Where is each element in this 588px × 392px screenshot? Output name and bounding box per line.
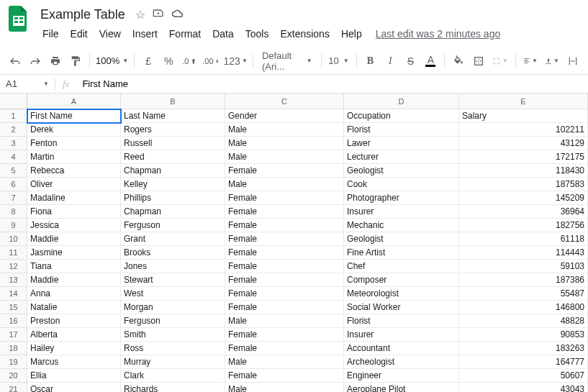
more-formats-button[interactable]: 123 ▼ [222, 52, 248, 70]
cell-D19[interactable]: Archeologist [344, 355, 459, 369]
cell-B14[interactable]: West [121, 287, 225, 301]
italic-button[interactable]: I [381, 52, 399, 70]
cell-D1[interactable]: Occupation [344, 109, 459, 123]
cell-E14[interactable]: 55487 [459, 287, 588, 301]
cell-E10[interactable]: 61118 [459, 232, 588, 246]
percent-button[interactable]: % [159, 52, 178, 70]
cell-A15[interactable]: Natalie [27, 301, 121, 314]
column-header-D[interactable]: D [344, 94, 459, 109]
cell-D7[interactable]: Photographer [344, 191, 459, 205]
cell-B17[interactable]: Smith [121, 328, 225, 342]
doc-title[interactable]: Example Table [37, 6, 128, 23]
print-icon[interactable] [46, 52, 65, 70]
cell-B5[interactable]: Chapman [121, 164, 225, 178]
row-header-12[interactable]: 12 [0, 260, 27, 273]
font-select[interactable]: Default (Ari...▼ [258, 52, 317, 70]
menu-tools[interactable]: Tools [240, 25, 274, 42]
cell-C11[interactable]: Female [225, 246, 344, 260]
cell-A4[interactable]: Martin [27, 150, 121, 164]
cell-D10[interactable]: Geologist [344, 232, 459, 246]
cell-C10[interactable]: Female [225, 232, 344, 246]
cell-B7[interactable]: Phillips [121, 191, 225, 205]
cell-C16[interactable]: Male [225, 314, 344, 328]
cell-A2[interactable]: Derek [27, 123, 121, 137]
row-header-16[interactable]: 16 [0, 314, 27, 328]
cell-A21[interactable]: Oscar [27, 383, 121, 392]
cell-A7[interactable]: Madaline [27, 191, 121, 205]
row-header-11[interactable]: 11 [0, 246, 27, 260]
cell-D2[interactable]: Florist [344, 123, 459, 137]
cell-A6[interactable]: Oliver [27, 178, 121, 191]
cell-B1[interactable]: Last Name [121, 109, 225, 123]
cell-C8[interactable]: Female [225, 205, 344, 219]
cell-E18[interactable]: 183263 [459, 342, 588, 355]
cell-D21[interactable]: Aeroplane Pilot [344, 383, 459, 392]
cell-D13[interactable]: Composer [344, 273, 459, 287]
cell-B12[interactable]: Jones [121, 260, 225, 273]
cell-A16[interactable]: Preston [27, 314, 121, 328]
cell-A19[interactable]: Marcus [27, 355, 121, 369]
cell-C5[interactable]: Female [225, 164, 344, 178]
decrease-decimal-button[interactable]: .0 [179, 52, 198, 70]
cell-A3[interactable]: Fenton [27, 137, 121, 150]
column-header-A[interactable]: A [27, 94, 121, 109]
cell-C13[interactable]: Female [225, 273, 344, 287]
cell-D5[interactable]: Geologist [344, 164, 459, 178]
menu-file[interactable]: File [37, 25, 64, 42]
menu-insert[interactable]: Insert [127, 25, 163, 42]
column-header-B[interactable]: B [121, 94, 225, 109]
text-wrap-button[interactable] [564, 52, 582, 70]
cell-B4[interactable]: Reed [121, 150, 225, 164]
cell-D3[interactable]: Lawer [344, 137, 459, 150]
row-header-5[interactable]: 5 [0, 164, 27, 178]
cell-C14[interactable]: Female [225, 287, 344, 301]
cell-B16[interactable]: Ferguson [121, 314, 225, 328]
cell-A13[interactable]: Maddie [27, 273, 121, 287]
cell-E19[interactable]: 164777 [459, 355, 588, 369]
row-header-6[interactable]: 6 [0, 178, 27, 191]
menu-data[interactable]: Data [207, 25, 239, 42]
cell-E16[interactable]: 48828 [459, 314, 588, 328]
cloud-status-icon[interactable] [171, 8, 184, 21]
cell-B19[interactable]: Murray [121, 355, 225, 369]
cell-D15[interactable]: Social Worker [344, 301, 459, 314]
bold-button[interactable]: B [361, 52, 379, 70]
cell-B8[interactable]: Chapman [121, 205, 225, 219]
row-header-9[interactable]: 9 [0, 219, 27, 232]
cell-C4[interactable]: Male [225, 150, 344, 164]
font-size-select[interactable]: 10▼ [326, 52, 352, 70]
cell-C12[interactable]: Female [225, 260, 344, 273]
cell-D11[interactable]: Fine Artist [344, 246, 459, 260]
cell-A20[interactable]: Ellia [27, 369, 121, 383]
row-header-4[interactable]: 4 [0, 150, 27, 164]
menu-help[interactable]: Help [336, 25, 367, 42]
cell-B10[interactable]: Grant [121, 232, 225, 246]
row-header-10[interactable]: 10 [0, 232, 27, 246]
cell-E1[interactable]: Salary [459, 109, 588, 123]
cell-E21[interactable]: 43043 [459, 383, 588, 392]
cell-A11[interactable]: Jasmine [27, 246, 121, 260]
borders-button[interactable] [469, 52, 488, 70]
row-header-2[interactable]: 2 [0, 123, 27, 137]
row-header-3[interactable]: 3 [0, 137, 27, 150]
row-header-17[interactable]: 17 [0, 328, 27, 342]
cell-B13[interactable]: Stewart [121, 273, 225, 287]
formula-input[interactable] [76, 78, 588, 89]
cell-B21[interactable]: Richards [121, 383, 225, 392]
column-header-E[interactable]: E [459, 94, 588, 109]
text-color-button[interactable]: A [421, 52, 440, 70]
cell-C21[interactable]: Male [225, 383, 344, 392]
cell-C2[interactable]: Male [225, 123, 344, 137]
cell-C17[interactable]: Female [225, 328, 344, 342]
cell-B11[interactable]: Brooks [121, 246, 225, 260]
cell-B20[interactable]: Clark [121, 369, 225, 383]
row-header-18[interactable]: 18 [0, 342, 27, 355]
row-header-15[interactable]: 15 [0, 301, 27, 314]
row-header-13[interactable]: 13 [0, 273, 27, 287]
menu-format[interactable]: Format [164, 25, 206, 42]
cell-D12[interactable]: Chef [344, 260, 459, 273]
menu-edit[interactable]: Edit [65, 25, 93, 42]
cell-D20[interactable]: Engineer [344, 369, 459, 383]
spreadsheet-grid[interactable]: ABCDE1First NameLast NameGenderOccupatio… [0, 94, 588, 392]
cell-D4[interactable]: Lecturer [344, 150, 459, 164]
